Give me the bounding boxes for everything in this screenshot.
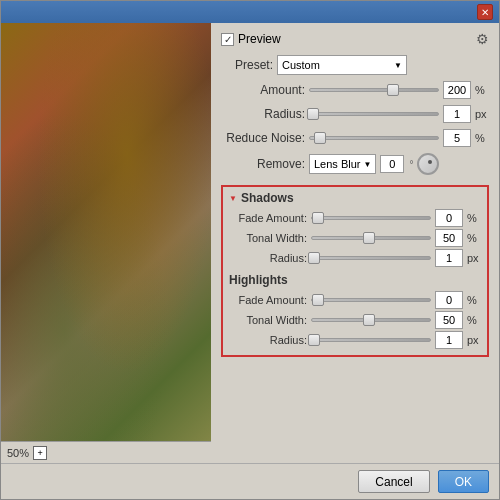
shadows-radius-row: Radius: 1 px — [229, 249, 481, 267]
highlights-radius-row: Radius: 1 px — [229, 331, 481, 349]
preset-label: Preset: — [221, 58, 273, 72]
highlights-radius-value[interactable]: 1 — [435, 331, 463, 349]
highlights-tonal-track — [311, 318, 431, 322]
highlights-fade-row: Fade Amount: 0 % — [229, 291, 481, 309]
highlights-tonal-slider[interactable] — [311, 312, 431, 328]
highlights-fade-thumb[interactable] — [312, 294, 324, 306]
preview-row: ✓ Preview ⚙ — [221, 31, 489, 47]
shadows-radius-value[interactable]: 1 — [435, 249, 463, 267]
radius-slider[interactable] — [309, 106, 439, 122]
radius-label: Radius: — [221, 107, 305, 121]
amount-label: Amount: — [221, 83, 305, 97]
shadows-tonal-thumb[interactable] — [363, 232, 375, 244]
shadows-tonal-track — [311, 236, 431, 240]
ok-button[interactable]: OK — [438, 470, 489, 493]
preview-check: ✓ Preview — [221, 32, 281, 46]
remove-row: Remove: Lens Blur ▼ 0 ° — [221, 153, 489, 175]
angle-wheel[interactable] — [417, 153, 439, 175]
radius-thumb[interactable] — [307, 108, 319, 120]
shadows-radius-track — [311, 256, 431, 260]
highlights-radius-thumb[interactable] — [308, 334, 320, 346]
shadows-tonal-value[interactable]: 50 — [435, 229, 463, 247]
radius-track — [309, 112, 439, 116]
reduce-noise-track — [309, 136, 439, 140]
highlights-radius-unit: px — [467, 334, 481, 346]
angle-dot — [428, 160, 432, 164]
preview-checkbox[interactable]: ✓ — [221, 33, 234, 46]
shadows-fade-thumb[interactable] — [312, 212, 324, 224]
shadows-fade-row: Fade Amount: 0 % — [229, 209, 481, 227]
controls-panel: ✓ Preview ⚙ Preset: Custom ▼ Amount: — [211, 23, 499, 463]
shadows-radius-thumb[interactable] — [308, 252, 320, 264]
amount-row: Amount: 200 % — [221, 81, 489, 99]
shadows-fade-unit: % — [467, 212, 481, 224]
amount-thumb[interactable] — [387, 84, 399, 96]
highlights-fade-unit: % — [467, 294, 481, 306]
shadows-triangle-icon[interactable]: ▼ — [229, 194, 237, 203]
image-panel: 50% + — [1, 23, 211, 463]
highlights-tonal-unit: % — [467, 314, 481, 326]
shadows-fade-slider[interactable] — [311, 210, 431, 226]
highlights-fade-value[interactable]: 0 — [435, 291, 463, 309]
shadows-tonal-label: Tonal Width: — [229, 232, 307, 244]
title-bar: ✕ — [1, 1, 499, 23]
amount-slider[interactable] — [309, 82, 439, 98]
image-bottom-bar: 50% + — [1, 441, 211, 463]
window: ✕ 50% + ✓ Preview ⚙ — [0, 0, 500, 500]
remove-dropdown[interactable]: Lens Blur ▼ — [309, 154, 376, 174]
zoom-icon[interactable]: + — [33, 446, 47, 460]
preview-image — [1, 23, 211, 463]
highlights-radius-label: Radius: — [229, 334, 307, 346]
shadows-radius-label: Radius: — [229, 252, 307, 264]
amount-track — [309, 88, 439, 92]
shadows-fade-label: Fade Amount: — [229, 212, 307, 224]
bottom-bar: Cancel OK — [1, 463, 499, 499]
shadows-radius-unit: px — [467, 252, 481, 264]
close-button[interactable]: ✕ — [477, 4, 493, 20]
degree-symbol: ° — [409, 159, 413, 170]
shadows-fade-value[interactable]: 0 — [435, 209, 463, 227]
shadows-tonal-row: Tonal Width: 50 % — [229, 229, 481, 247]
gear-icon[interactable]: ⚙ — [476, 31, 489, 47]
highlights-fade-label: Fade Amount: — [229, 294, 307, 306]
highlights-tonal-label: Tonal Width: — [229, 314, 307, 326]
main-content: 50% + ✓ Preview ⚙ Preset: Custom — [1, 23, 499, 463]
reduce-noise-thumb[interactable] — [314, 132, 326, 144]
zoom-level: 50% — [7, 447, 29, 459]
shadows-header: ▼ Shadows — [229, 191, 481, 205]
reduce-noise-unit: % — [475, 132, 489, 144]
shadows-fade-track — [311, 216, 431, 220]
image-overlay — [1, 23, 211, 463]
preset-row: Preset: Custom ▼ — [221, 55, 489, 75]
shadows-tonal-unit: % — [467, 232, 481, 244]
radius-value[interactable]: 1 — [443, 105, 471, 123]
radius-unit: px — [475, 108, 489, 120]
amount-unit: % — [475, 84, 489, 96]
shadows-highlights-box: ▼ Shadows Fade Amount: 0 % — [221, 185, 489, 357]
reduce-noise-row: Reduce Noise: 5 % — [221, 129, 489, 147]
highlights-header: Highlights — [229, 273, 481, 287]
shadows-radius-slider[interactable] — [311, 250, 431, 266]
shadows-tonal-slider[interactable] — [311, 230, 431, 246]
highlights-radius-slider[interactable] — [311, 332, 431, 348]
highlights-tonal-thumb[interactable] — [363, 314, 375, 326]
highlights-label: Highlights — [229, 273, 288, 287]
remove-label: Remove: — [221, 157, 305, 171]
reduce-noise-value[interactable]: 5 — [443, 129, 471, 147]
radius-row: Radius: 1 px — [221, 105, 489, 123]
angle-value[interactable]: 0 — [380, 155, 404, 173]
amount-value[interactable]: 200 — [443, 81, 471, 99]
preset-dropdown[interactable]: Custom ▼ — [277, 55, 407, 75]
preview-label: Preview — [238, 32, 281, 46]
reduce-noise-label: Reduce Noise: — [221, 131, 305, 145]
highlights-fade-track — [311, 298, 431, 302]
highlights-tonal-value[interactable]: 50 — [435, 311, 463, 329]
reduce-noise-slider[interactable] — [309, 130, 439, 146]
highlights-fade-slider[interactable] — [311, 292, 431, 308]
highlights-tonal-row: Tonal Width: 50 % — [229, 311, 481, 329]
cancel-button[interactable]: Cancel — [358, 470, 429, 493]
highlights-radius-track — [311, 338, 431, 342]
shadows-label: Shadows — [241, 191, 294, 205]
